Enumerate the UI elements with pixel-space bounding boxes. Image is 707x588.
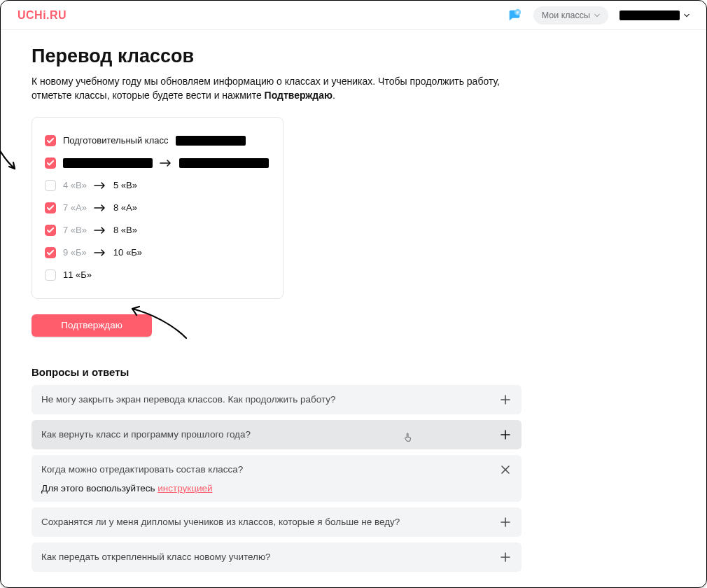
faq-item-head: Как передать открепленный класс новому у… [41, 551, 512, 564]
header-right: Мои классы [507, 6, 690, 24]
intro-bold: Подтверждаю [265, 90, 332, 101]
faq-item[interactable]: Не могу закрыть экран перевода классов. … [31, 385, 522, 414]
faq-question: Когда можно отредактировать состав класс… [41, 464, 243, 475]
plus-icon[interactable] [499, 551, 512, 564]
confirm-button-label: Подтверждаю [61, 320, 122, 330]
class-to-label: 8 «В» [113, 225, 137, 235]
class-to-label: 8 «А» [113, 202, 137, 213]
class-checkbox[interactable] [45, 158, 56, 169]
plus-icon[interactable] [499, 516, 512, 528]
faq-question: Сохранятся ли у меня дипломы учеников из… [41, 517, 400, 527]
class-row: 7 «В»8 «В» [45, 220, 270, 241]
arrow-right-icon [94, 182, 106, 189]
app-header: UCHi.RU Мои классы [1, 1, 706, 30]
page-title: Перевод классов [31, 46, 676, 67]
class-row: 11 «Б» [45, 265, 270, 286]
class-checkbox[interactable] [45, 180, 56, 191]
class-from-label: 4 «В» [63, 180, 87, 190]
class-checkbox[interactable] [45, 225, 56, 236]
confirm-button[interactable]: Подтверждаю [31, 314, 152, 337]
chevron-down-icon [684, 13, 690, 18]
faq-answer-link[interactable]: инструкцией [158, 483, 212, 493]
class-row: 7 «А»8 «А» [45, 197, 270, 218]
faq-question: Как передать открепленный класс новому у… [41, 552, 271, 562]
class-to-redacted [179, 158, 269, 168]
user-menu[interactable] [620, 10, 690, 20]
class-from-label: 7 «А» [63, 202, 87, 213]
brand-logo: UCHi.RU [18, 9, 66, 22]
class-from-label: 9 «Б» [63, 247, 87, 258]
faq-item-head: Сохранятся ли у меня дипломы учеников из… [41, 516, 512, 528]
page-body: Перевод классов К новому учебному году м… [1, 30, 706, 588]
chevron-down-icon [594, 13, 600, 18]
faq-list: Не могу закрыть экран перевода классов. … [31, 385, 522, 572]
faq-item[interactable]: Как передать открепленный класс новому у… [31, 542, 522, 572]
faq-item[interactable]: Когда можно отредактировать состав класс… [31, 455, 522, 502]
class-row: 4 «В»5 «В» [45, 175, 270, 196]
my-classes-dropdown[interactable]: Мои классы [533, 6, 608, 24]
class-from-label: 7 «В» [63, 225, 87, 235]
class-checkbox[interactable] [45, 270, 56, 281]
class-to-label: 5 «В» [113, 180, 137, 190]
faq-title: Вопросы и ответы [31, 366, 676, 378]
class-from-label: 11 «Б» [63, 270, 92, 280]
class-to-redacted [176, 136, 246, 146]
arrow-right-icon [160, 160, 172, 167]
arrow-right-icon [94, 204, 106, 211]
close-icon[interactable] [499, 463, 512, 476]
class-transfer-card: Подготовительный класс4 «В»5 «В»7 «А»8 «… [31, 117, 284, 299]
arrow-right-icon [94, 249, 106, 256]
chat-icon[interactable] [507, 8, 522, 23]
plus-icon[interactable] [499, 393, 512, 406]
class-to-label: 10 «Б» [113, 247, 142, 258]
faq-answer: Для этого воспользуйтесь инструкцией [41, 483, 512, 493]
page-intro: К новому учебному году мы обновляем инфо… [31, 74, 522, 103]
faq-item[interactable]: Сохранятся ли у меня дипломы учеников из… [31, 507, 522, 537]
faq-item-head: Не могу закрыть экран перевода классов. … [41, 393, 512, 406]
user-name-redacted [620, 10, 680, 20]
faq-item[interactable]: Как вернуть класс и программу прошлого г… [31, 420, 522, 449]
class-checkbox[interactable] [45, 202, 56, 214]
faq-answer-text: Для этого воспользуйтесь [41, 483, 158, 493]
faq-question: Как вернуть класс и программу прошлого г… [41, 429, 251, 440]
intro-text-2: . [332, 90, 335, 101]
arrow-right-icon [94, 227, 106, 234]
faq-question: Не могу закрыть экран перевода классов. … [41, 394, 336, 405]
class-row [45, 153, 270, 174]
class-checkbox[interactable] [45, 247, 56, 258]
class-checkbox[interactable] [45, 135, 56, 146]
my-classes-label: Мои классы [542, 10, 590, 20]
class-row: Подготовительный класс [45, 130, 270, 151]
class-from-label: Подготовительный класс [63, 135, 169, 146]
faq-item-head: Как вернуть класс и программу прошлого г… [41, 428, 512, 441]
class-row: 9 «Б»10 «Б» [45, 242, 270, 263]
faq-item-head: Когда можно отредактировать состав класс… [41, 463, 512, 476]
pointer-cursor-icon [403, 433, 413, 442]
plus-icon[interactable] [499, 428, 512, 441]
class-from-redacted [63, 158, 153, 168]
